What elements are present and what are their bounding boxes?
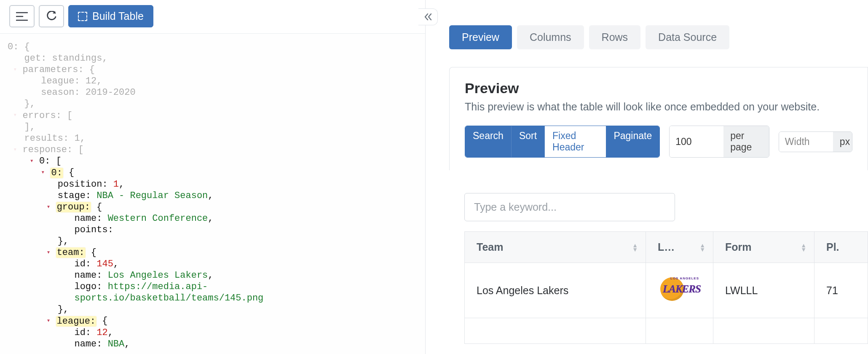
column-header-team[interactable]: Team ▲▼: [465, 232, 646, 263]
tab-data-source[interactable]: Data Source: [646, 25, 729, 49]
tab-label: Data Source: [658, 31, 717, 43]
code-token: name:: [74, 213, 102, 224]
code-token: 0: [39, 156, 45, 166]
code-token: https://media.api-: [108, 282, 208, 292]
preview-table: Team ▲▼ L… ▲▼ Form ▲▼ Pl.: [464, 231, 868, 344]
tab-label: Rows: [602, 31, 628, 43]
refresh-icon: [46, 11, 57, 22]
code-viewer[interactable]: 0: { get: standings, ▾ parameters: { lea…: [0, 34, 425, 354]
lakers-logo-icon: LOS ANGELES LAKERS: [658, 276, 702, 303]
align-left-icon: [16, 12, 28, 21]
table-row: Los Angeles Lakers LOS ANGELES LAKERS LW…: [465, 263, 868, 318]
collapse-panel-button[interactable]: [418, 8, 438, 25]
code-token: 145: [96, 259, 113, 269]
tab-rows[interactable]: Rows: [589, 25, 641, 49]
tab-label: Columns: [530, 31, 571, 43]
per-page-group: per page: [669, 126, 769, 158]
sort-icon: ▲▼: [632, 243, 638, 252]
toggle-paginate[interactable]: Paginate: [606, 126, 659, 157]
width-unit-label: px: [833, 132, 852, 152]
code-token: id:: [74, 259, 91, 269]
preview-title: Preview: [465, 80, 852, 97]
code-token: points:: [74, 225, 113, 235]
toggle-sort[interactable]: Sort: [512, 126, 545, 157]
chevrons-left-icon: [424, 13, 432, 21]
column-header-plays[interactable]: Pl.: [814, 232, 868, 263]
toggle-fixed-header[interactable]: Fixed Header: [545, 126, 606, 157]
cell-plays: 71: [814, 263, 868, 318]
tab-columns[interactable]: Columns: [517, 25, 584, 49]
column-header-form[interactable]: Form ▲▼: [713, 232, 814, 263]
column-header-logo[interactable]: L… ▲▼: [646, 232, 713, 263]
code-token: logo:: [74, 282, 102, 292]
code-token: name:: [74, 270, 102, 281]
code-token: Los Angeles Lakers: [108, 270, 208, 281]
preview-description: This preview is what the table will look…: [465, 101, 852, 113]
feature-toggle-group: Search Sort Fixed Header Paginate: [465, 126, 660, 158]
code-token: 1: [113, 179, 119, 190]
cell-team: Los Angeles Lakers: [465, 263, 646, 318]
refresh-button[interactable]: [39, 5, 64, 27]
code-token: sports.io/basketball/teams/145.png: [74, 293, 263, 303]
sort-icon: ▲▼: [699, 243, 705, 252]
table-icon: [78, 12, 87, 21]
table-row: [465, 318, 868, 344]
code-token: NBA: [108, 339, 125, 349]
tab-label: Preview: [462, 31, 499, 43]
code-token: id:: [74, 327, 91, 338]
code-highlight: team:: [56, 247, 86, 258]
preview-card: Preview This preview is what the table w…: [449, 67, 868, 170]
tab-preview[interactable]: Preview: [449, 25, 512, 49]
code-highlight: group:: [56, 202, 91, 212]
width-input[interactable]: [779, 132, 833, 152]
table-search-input[interactable]: [464, 193, 675, 221]
code-token: name:: [74, 339, 102, 349]
per-page-input[interactable]: [670, 126, 723, 157]
toggle-search[interactable]: Search: [465, 126, 512, 157]
code-highlight: league:: [56, 316, 96, 327]
code-token: NBA - Regular Season: [96, 190, 208, 201]
format-code-button[interactable]: [9, 5, 35, 27]
sort-icon: ▲▼: [801, 243, 806, 252]
build-table-button[interactable]: Build Table: [68, 5, 153, 27]
cell-form: LWLLL: [713, 263, 814, 318]
width-group: px: [779, 131, 852, 152]
cell-logo: LOS ANGELES LAKERS: [646, 263, 713, 318]
code-token: stage:: [58, 190, 91, 201]
per-page-label: per page: [723, 126, 769, 157]
code-token: Western Conference: [108, 213, 208, 224]
code-token: position:: [58, 179, 108, 190]
code-token: 12: [96, 327, 107, 338]
build-table-label: Build Table: [92, 10, 144, 22]
code-highlight: 0:: [50, 168, 63, 178]
